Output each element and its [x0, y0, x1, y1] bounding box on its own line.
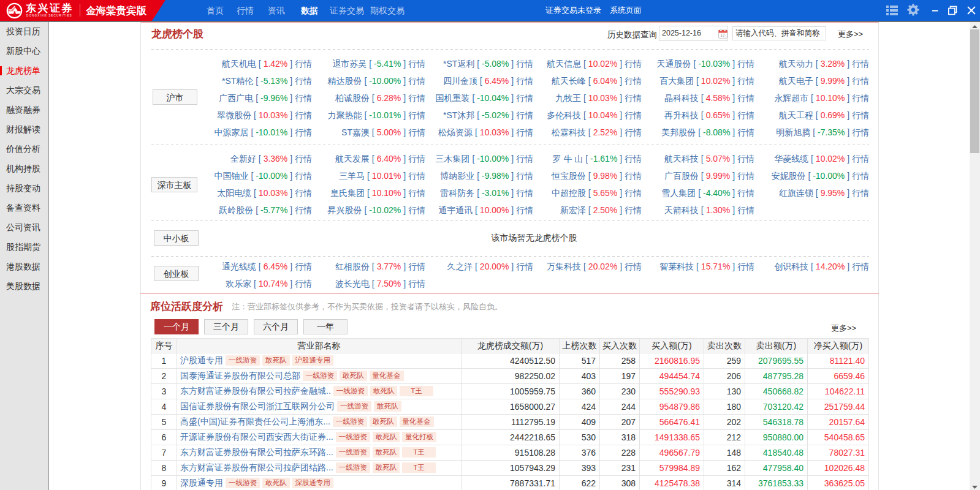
- svg-text:17: 17: [720, 33, 725, 37]
